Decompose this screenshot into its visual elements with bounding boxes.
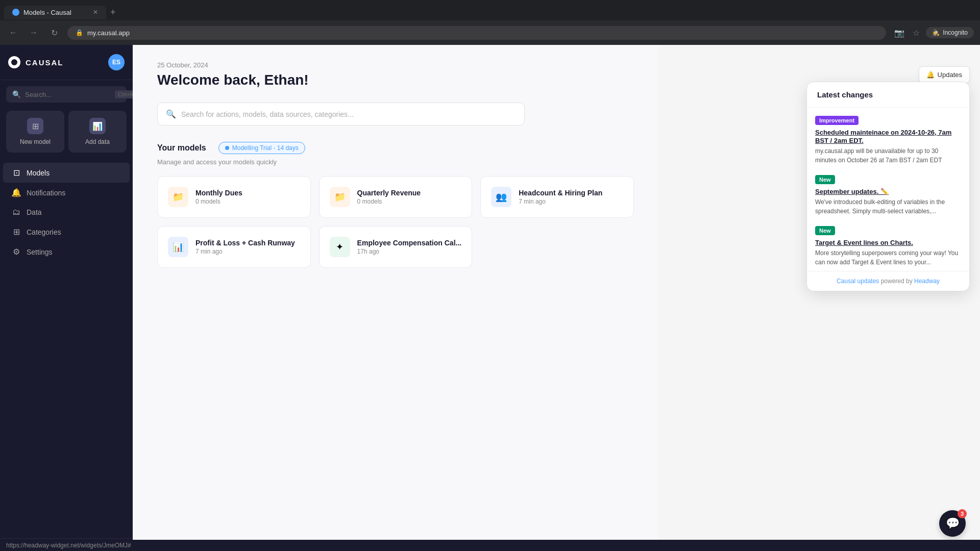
svg-point-0 <box>11 59 17 65</box>
headcount-meta: 7 min ago <box>519 198 623 205</box>
trial-badge: Modelling Trial - 14 days <box>218 142 305 154</box>
employee-comp-name: Employee Compensation Cal... <box>357 239 462 247</box>
trial-dot <box>225 146 229 150</box>
headcount-name: Headcount & Hiring Plan <box>519 189 623 197</box>
main-search-input[interactable] <box>181 110 516 118</box>
sidebar-logo: CAUSAL ES <box>0 45 133 80</box>
tab-favicon <box>12 9 19 16</box>
profit-loss-meta: 7 min ago <box>195 248 300 255</box>
sidebar-item-settings-label: Settings <box>27 248 53 256</box>
sidebar-item-models[interactable]: ⊡ Models <box>3 163 130 183</box>
model-card-quarterly-revenue[interactable]: 📁 Quarterly Revenue 0 models <box>319 176 473 218</box>
chat-icon: 💬 <box>946 517 960 530</box>
sidebar-item-settings[interactable]: ⚙ Settings <box>3 242 130 262</box>
monthly-dues-meta: 0 models <box>195 198 300 205</box>
nav-actions: 📷 ☆ 🕵 Incognito <box>892 26 974 40</box>
quarterly-revenue-meta: 0 models <box>357 198 462 205</box>
trial-badge-text: Modelling Trial - 14 days <box>232 144 299 152</box>
quick-actions: ⊞ New model 📊 Add data <box>0 109 133 159</box>
quarterly-revenue-info: Quarterly Revenue 0 models <box>357 189 462 205</box>
date-text: 25 October, 2024 <box>157 61 634 69</box>
new-model-icon: ⊞ <box>27 118 43 134</box>
tab-label: Models - Causal <box>23 9 71 16</box>
employee-comp-info: Employee Compensation Cal... 17h ago <box>357 239 462 255</box>
sidebar: CAUSAL ES 🔍 Ctrl+K ⊞ New model 📊 Add dat… <box>0 45 133 551</box>
main-search-bar[interactable]: 🔍 <box>157 103 525 126</box>
back-button[interactable]: ← <box>6 26 20 40</box>
employee-comp-icon: ✦ <box>330 237 350 257</box>
model-card-profit-loss[interactable]: 📊 Profit & Loss + Cash Runway 7 min ago <box>157 226 311 268</box>
sidebar-item-data-label: Data <box>27 208 42 216</box>
url-bar[interactable]: 🔒 my.causal.app <box>67 26 886 40</box>
models-subtitle: Manage and access your models quickly <box>157 158 634 166</box>
headcount-info: Headcount & Hiring Plan 7 min ago <box>519 189 623 205</box>
monthly-dues-info: Monthly Dues 0 models <box>195 189 300 205</box>
sidebar-item-categories[interactable]: ⊞ Categories <box>3 222 130 242</box>
chat-bubble[interactable]: 💬 3 <box>939 510 966 537</box>
status-url: https://headway-widget.net/widgets/JmeOM… <box>6 542 131 549</box>
profit-loss-info: Profit & Loss + Cash Runway 7 min ago <box>195 239 300 255</box>
model-card-employee-compensation[interactable]: ✦ Employee Compensation Cal... 17h ago <box>319 226 473 268</box>
incognito-label: Incognito <box>943 29 968 36</box>
incognito-icon: 🕵 <box>932 29 940 36</box>
sidebar-item-models-label: Models <box>27 169 50 177</box>
settings-icon: ⚙ <box>11 247 21 257</box>
logo-text: CAUSAL <box>26 58 64 67</box>
add-data-button[interactable]: 📊 Add data <box>68 111 127 153</box>
url-text: my.causal.app <box>87 29 130 37</box>
main-content: 25 October, 2024 Welcome back, Ethan! 🔍 … <box>133 45 658 551</box>
tab-close-button[interactable]: ✕ <box>93 9 98 16</box>
search-bar[interactable]: 🔍 Ctrl+K <box>6 86 127 103</box>
headcount-icon: 👥 <box>491 187 511 207</box>
search-input[interactable] <box>25 91 111 98</box>
bookmark-button[interactable]: ☆ <box>911 26 922 40</box>
nav-items: ⊡ Models 🔔 Notifications 🗂 Data ⊞ Catego… <box>0 159 133 266</box>
data-icon: 🗂 <box>11 208 21 217</box>
logo-left: CAUSAL <box>8 56 64 68</box>
lock-icon: 🔒 <box>76 29 83 36</box>
sidebar-item-data[interactable]: 🗂 Data <box>3 203 130 222</box>
logo-circle <box>8 56 20 68</box>
active-tab: Models - Causal ✕ <box>4 6 106 19</box>
forward-button[interactable]: → <box>27 26 41 40</box>
models-header: Your models Modelling Trial - 14 days <box>157 142 634 154</box>
model-card-headcount[interactable]: 👥 Headcount & Hiring Plan 7 min ago <box>480 176 634 218</box>
models-title-row: Your models Modelling Trial - 14 days <box>157 142 305 154</box>
browser-chrome: Models - Causal ✕ + ← → ↻ 🔒 my.causal.ap… <box>0 0 980 45</box>
refresh-button[interactable]: ↻ <box>47 26 61 40</box>
sidebar-item-notifications[interactable]: 🔔 Notifications <box>3 183 130 203</box>
sidebar-item-notifications-label: Notifications <box>27 189 65 197</box>
notifications-icon: 🔔 <box>11 188 21 197</box>
models-section-title: Your models <box>157 143 206 153</box>
status-bar: https://headway-widget.net/widgets/JmeOM… <box>0 540 980 551</box>
categories-icon: ⊞ <box>11 227 21 237</box>
monthly-dues-name: Monthly Dues <box>195 189 300 197</box>
profit-loss-name: Profit & Loss + Cash Runway <box>195 239 300 247</box>
new-model-label: New model <box>20 138 51 145</box>
monthly-dues-icon: 📁 <box>168 187 188 207</box>
quarterly-revenue-icon: 📁 <box>330 187 350 207</box>
avatar[interactable]: ES <box>108 54 125 70</box>
sidebar-item-categories-label: Categories <box>27 228 61 236</box>
quarterly-revenue-name: Quarterly Revenue <box>357 189 462 197</box>
tab-bar: Models - Causal ✕ + <box>0 0 980 20</box>
models-grid: 📁 Monthly Dues 0 models 📁 Quarterly Reve… <box>157 176 634 268</box>
nav-bar: ← → ↻ 🔒 my.causal.app 📷 ☆ 🕵 Incognito <box>0 20 980 45</box>
main-search-icon: 🔍 <box>166 109 176 119</box>
model-card-monthly-dues[interactable]: 📁 Monthly Dues 0 models <box>157 176 311 218</box>
new-model-button[interactable]: ⊞ New model <box>6 111 64 153</box>
employee-comp-meta: 17h ago <box>357 248 462 255</box>
models-icon: ⊡ <box>11 168 21 178</box>
search-icon: 🔍 <box>12 90 21 98</box>
profit-loss-icon: 📊 <box>168 237 188 257</box>
add-data-label: Add data <box>85 138 110 145</box>
add-data-icon: 📊 <box>89 118 106 134</box>
chat-badge: 3 <box>958 509 967 518</box>
incognito-button[interactable]: 🕵 Incognito <box>926 27 974 38</box>
welcome-title: Welcome back, Ethan! <box>157 72 634 88</box>
camera-icon-button[interactable]: 📷 <box>892 26 906 40</box>
new-tab-button[interactable]: + <box>106 5 120 20</box>
